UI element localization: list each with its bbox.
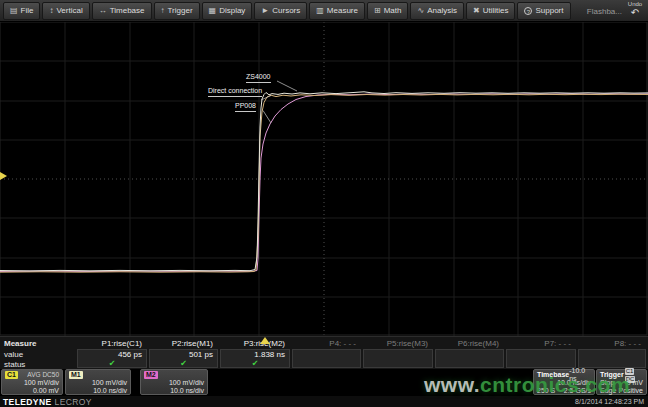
- m1-vdiv: 100 mV/div: [69, 379, 127, 387]
- measure-col-p3[interactable]: P3:rise(M2) 1.838 ns ✔: [219, 337, 291, 370]
- undo-button[interactable]: Undo↶: [624, 1, 646, 20]
- measure-col-p6[interactable]: P6:rise(M4): [434, 337, 505, 370]
- m1-tdiv: 10.0 ns/div: [69, 387, 127, 395]
- menu-bar: ▤File ↕Vertical ↔Timebase ↑Trigger ▦Disp…: [0, 0, 648, 22]
- cursor-pointer-icon: ►: [261, 6, 269, 15]
- question-icon: ?: [524, 7, 532, 15]
- menu-trigger-label: Trigger: [168, 6, 193, 15]
- trigger-slope: Positive: [618, 387, 643, 395]
- p6-header: P6:rise(M4): [458, 339, 499, 348]
- menu-file[interactable]: ▤File: [3, 2, 40, 20]
- teledyne-lecroy-logo: TELEDYNELECROY: [3, 397, 92, 407]
- p2-status-check-icon: ✔: [148, 359, 219, 368]
- undo-icon: ↶: [624, 8, 646, 17]
- trigger-descriptor[interactable]: TriggerC1DC Stop0 mV EdgePositive: [596, 369, 647, 395]
- c1-descriptor[interactable]: C1AVG DC50 100 mV/div 0.00 mV: [1, 369, 63, 395]
- c1-offset: 0.00 mV: [5, 387, 59, 395]
- p5-cell: [363, 349, 433, 368]
- trigger-level: 0 mV: [627, 379, 643, 387]
- ruler-icon: ▥: [316, 6, 324, 15]
- menu-measure[interactable]: ▥Measure: [309, 2, 365, 20]
- menu-display-label: Display: [219, 6, 245, 15]
- math-plus-icon: ⊞: [374, 6, 381, 15]
- p1-value: 456 ps: [118, 350, 142, 359]
- utilities-icon: ✖: [473, 6, 480, 15]
- measure-col-p7[interactable]: P7: - - -: [505, 337, 577, 370]
- menu-timebase[interactable]: ↔Timebase: [92, 2, 152, 20]
- timebase-samples: 250 S: [537, 387, 555, 395]
- p2-value: 501 ps: [189, 350, 213, 359]
- menu-cursors[interactable]: ►Cursors: [254, 2, 307, 20]
- menu-timebase-label: Timebase: [110, 6, 145, 15]
- measure-table: Measure value status P1:rise(C1) 456 ps …: [0, 336, 648, 369]
- c1-badge: C1: [5, 371, 18, 379]
- menu-support-label: Support: [535, 6, 563, 15]
- trigger-source-badge: C1: [625, 368, 635, 375]
- flashback-button[interactable]: Flashba...: [587, 7, 622, 16]
- measure-col-p8[interactable]: P8: - - -: [577, 337, 647, 370]
- annotation-zs4000: ZS4000: [246, 73, 271, 83]
- display-icon: ▦: [209, 6, 217, 15]
- menu-display[interactable]: ▦Display: [202, 2, 253, 20]
- p8-header: P8: - - -: [614, 339, 641, 348]
- menu-trigger[interactable]: ↑Trigger: [154, 2, 200, 20]
- menu-math-label: Math: [384, 6, 402, 15]
- measure-col-p5[interactable]: P5:rise(M3): [362, 337, 434, 370]
- c1-mode: AVG DC50: [27, 371, 59, 379]
- measure-col-p4[interactable]: P4: - - -: [291, 337, 362, 370]
- vertical-arrows-icon: ↕: [49, 6, 53, 15]
- timebase-title: Timebase: [537, 371, 569, 379]
- m1-badge: M1: [69, 371, 83, 379]
- trigger-mode: Stop: [600, 379, 614, 387]
- value-label: value: [4, 350, 23, 359]
- trigger-arrow-icon: ↑: [161, 6, 165, 15]
- timebase-tdiv: 10.0 ns/div: [537, 379, 591, 387]
- brand-teledyne: TELEDYNE: [3, 397, 52, 407]
- measure-col-p2[interactable]: P2:rise(M1) 501 ps ✔: [148, 337, 219, 370]
- trigger-title: Trigger: [600, 371, 624, 379]
- c1-offset-marker[interactable]: [0, 172, 7, 180]
- watermark-prefix: www.: [424, 373, 480, 396]
- menu-vertical-label: Vertical: [56, 6, 82, 15]
- file-icon: ▤: [10, 6, 18, 15]
- p4-header: P4: - - -: [329, 339, 356, 348]
- analysis-chart-icon: ∿: [417, 6, 424, 15]
- p8-cell: [578, 349, 646, 368]
- p3-value: 1.838 ns: [254, 350, 285, 359]
- measure-label: Measure: [4, 339, 36, 348]
- m1-descriptor[interactable]: M1 100 mV/div 10.0 ns/div: [65, 369, 131, 395]
- trigger-type: Edge: [600, 387, 616, 395]
- p4-cell: [292, 349, 361, 368]
- menu-file-label: File: [21, 6, 34, 15]
- m2-tdiv: 10.0 ns/div: [144, 387, 204, 395]
- trigger-position-marker[interactable]: [260, 337, 270, 344]
- timebase-rate: 2.5 GS/s: [564, 387, 591, 395]
- annotation-pp008: PP008: [235, 102, 256, 112]
- m2-descriptor[interactable]: M2 100 mV/div 10.0 ns/div: [140, 369, 208, 395]
- menu-analysis[interactable]: ∿Analysis: [410, 2, 464, 20]
- status-bar: TELEDYNELECROY 8/1/2014 12:48:23 PM: [0, 396, 648, 407]
- waveform-graticule[interactable]: ZS4000 Direct connection PP008: [0, 22, 648, 336]
- horizontal-arrows-icon: ↔: [99, 6, 107, 15]
- waveform-svg: [0, 22, 648, 336]
- menu-analysis-label: Analysis: [427, 6, 457, 15]
- measure-col-p1[interactable]: P1:rise(C1) 456 ps ✔: [76, 337, 148, 370]
- menu-math[interactable]: ⊞Math: [367, 2, 409, 20]
- clock-timestamp: 8/1/2014 12:48:23 PM: [575, 398, 644, 405]
- p3-status-check-icon: ✔: [219, 359, 291, 368]
- p2-header: P2:rise(M1): [172, 339, 213, 348]
- p5-header: P5:rise(M3): [387, 339, 428, 348]
- menu-utilities[interactable]: ✖Utilities: [466, 2, 515, 20]
- p6-cell: [435, 349, 504, 368]
- menu-cursors-label: Cursors: [272, 6, 300, 15]
- menu-vertical[interactable]: ↕Vertical: [42, 2, 89, 20]
- p7-header: P7: - - -: [544, 339, 571, 348]
- p7-cell: [506, 349, 576, 368]
- timebase-descriptor[interactable]: Timebase-10.0 ns 10.0 ns/div 250 S2.5 GS…: [533, 369, 595, 395]
- m2-badge: M2: [144, 371, 158, 379]
- p1-status-check-icon: ✔: [76, 359, 148, 368]
- menu-support[interactable]: ?Support: [517, 2, 570, 20]
- p1-header: P1:rise(C1): [102, 339, 142, 348]
- menu-utilities-label: Utilities: [483, 6, 509, 15]
- annotation-direct-connection: Direct connection: [208, 87, 262, 97]
